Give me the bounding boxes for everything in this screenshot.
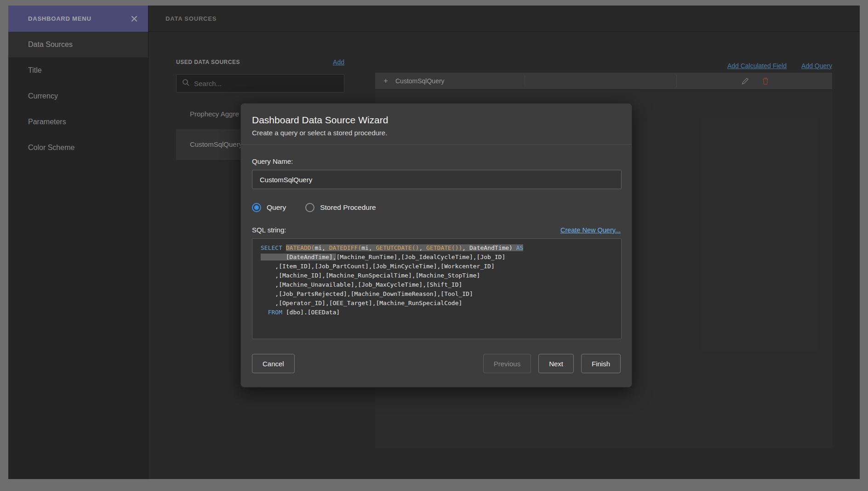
previous-button[interactable]: Previous	[483, 354, 531, 373]
wizard-footer: Cancel Previous Next Finish	[252, 354, 621, 373]
radio-stored-procedure-label: Stored Procedure	[320, 203, 376, 212]
radio-button-selected-icon[interactable]	[252, 203, 261, 212]
app-window: DASHBOARD MENU × Data Sources Title Curr…	[8, 6, 860, 479]
sql-string-row: SQL string: Create New Query...	[252, 226, 621, 234]
wizard-footer-right: Previous Next Finish	[483, 354, 621, 373]
query-name-label: Query Name:	[252, 157, 621, 165]
desktop-background: { "colors": { "accent_purple": "#6e6dac"…	[0, 0, 868, 491]
query-type-radio-row: Query Stored Procedure	[252, 203, 621, 212]
query-name-input[interactable]	[252, 170, 622, 189]
radio-query[interactable]: Query	[252, 203, 286, 212]
finish-button[interactable]: Finish	[581, 354, 621, 373]
wizard-header: Dashboard Data Source Wizard Create a qu…	[241, 104, 632, 144]
wizard-subtitle: Create a query or select a stored proced…	[252, 129, 621, 137]
sql-string-label: SQL string:	[252, 226, 286, 234]
create-new-query-link[interactable]: Create New Query...	[560, 226, 621, 234]
data-source-wizard-dialog: Dashboard Data Source Wizard Create a qu…	[240, 103, 632, 387]
wizard-body: Query Name: Query Stored Procedure SQL s…	[241, 157, 632, 387]
radio-button-icon[interactable]	[305, 203, 314, 212]
next-button[interactable]: Next	[538, 354, 574, 373]
sql-editor[interactable]: SELECT DATEADD(mi, DATEDIFF(mi, GETUTCDA…	[252, 238, 622, 339]
cancel-button[interactable]: Cancel	[252, 354, 295, 373]
sql-code: SELECT DATEADD(mi, DATEDIFF(mi, GETUTCDA…	[261, 243, 621, 317]
wizard-title: Dashboard Data Source Wizard	[252, 115, 621, 126]
radio-stored-procedure[interactable]: Stored Procedure	[305, 203, 376, 212]
radio-query-label: Query	[267, 203, 286, 212]
